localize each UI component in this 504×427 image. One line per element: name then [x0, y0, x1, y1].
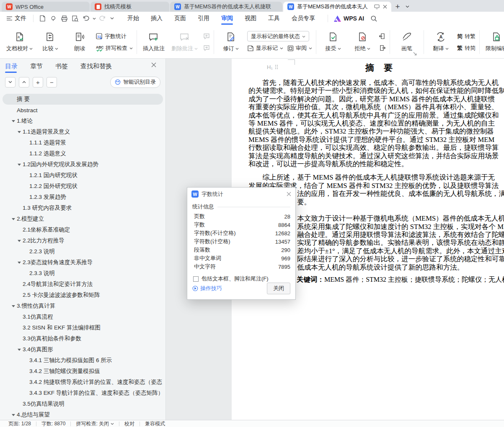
- ink-brush-button[interactable]: 画笔: [392, 27, 421, 57]
- include-footnotes-checkbox-row[interactable]: 包括文本框、脚注和尾注(F): [192, 275, 290, 283]
- outline-item[interactable]: 1.2国内外研究现状及发展趋势: [3, 159, 163, 170]
- outline-item[interactable]: 3.4.1 三轴比力模拟值如图 6 所示: [3, 355, 163, 366]
- undo-caret-icon[interactable]: [91, 13, 97, 23]
- close-button[interactable]: 关闭: [267, 283, 290, 294]
- outline-item[interactable]: 3.3仿真初始条件和参数: [3, 333, 163, 344]
- sidebar-close-icon[interactable]: [151, 62, 156, 67]
- collapse-caret-icon[interactable]: [10, 120, 17, 122]
- outline-item[interactable]: 3.4.2 纯捷联惯导系统计算的位置、速度和姿态（姿态 ...: [3, 377, 163, 388]
- outline-item[interactable]: 3.惯性仿真计算: [3, 301, 163, 311]
- menu-item-视图[interactable]: 视图: [239, 12, 262, 25]
- collapse-caret-icon[interactable]: [16, 240, 23, 242]
- outline-item[interactable]: 1.绪论: [3, 116, 163, 126]
- sidebar-tab-toc[interactable]: 目录: [5, 59, 18, 74]
- sidebar-tab-find-replace[interactable]: 查找和替换: [80, 59, 112, 74]
- export-button[interactable]: [48, 13, 59, 23]
- wps-ai-button[interactable]: WPS AI: [334, 15, 364, 22]
- sidebar-tab-bookmarks[interactable]: 书签: [55, 59, 68, 74]
- outline-item[interactable]: 2.1坐标系基准确定: [3, 224, 163, 235]
- collapse-all-button[interactable]: [19, 77, 29, 87]
- dialog-close-icon[interactable]: [287, 192, 291, 196]
- print-button[interactable]: [59, 13, 70, 23]
- outline-item[interactable]: 3.4.3 EKF 导航计算的位置、速度和姿态（姿态矩阵）: [3, 388, 163, 399]
- new-tab-button[interactable]: +: [392, 2, 403, 12]
- share-screen-icon[interactable]: [374, 4, 380, 9]
- tips-link[interactable]: 操作技巧: [192, 285, 222, 292]
- tab-list-caret-icon[interactable]: [403, 2, 411, 12]
- outline-item[interactable]: 1.2.2 国外研究现状: [3, 181, 163, 192]
- outline-item[interactable]: 3.4.2 三轴陀螺仪测量模拟值: [3, 366, 163, 377]
- review-pane-button[interactable]: 审阅: [287, 43, 312, 53]
- menu-item-审阅[interactable]: 审阅: [215, 12, 239, 25]
- previous-revision-button[interactable]: [379, 31, 386, 41]
- sidebar-tab-chapters[interactable]: 章节: [30, 59, 43, 74]
- checkbox-unchecked[interactable]: [193, 276, 199, 282]
- status-item[interactable]: 校对: [119, 420, 140, 427]
- status-item[interactable]: 字数: 8870: [36, 420, 70, 427]
- word-count-button[interactable]: 12 字数统计: [96, 31, 133, 41]
- menu-item-引用[interactable]: 引用: [192, 12, 215, 25]
- collapse-caret-icon[interactable]: [10, 305, 17, 307]
- outline-item[interactable]: 1.2.1 国内研究现状: [3, 170, 163, 181]
- collapse-caret-icon[interactable]: [16, 164, 23, 166]
- reject-revision-button[interactable]: 拒绝: [348, 27, 377, 57]
- close-tab-icon[interactable]: [383, 5, 387, 9]
- translate-button[interactable]: A 翻译: [426, 27, 455, 57]
- outline-item[interactable]: 2.3姿态旋转角速度关系推导: [3, 257, 163, 268]
- restrict-editing-button[interactable]: 限制编辑: [482, 27, 504, 57]
- outline-item[interactable]: 3.5仿真结果说明: [3, 399, 163, 409]
- decrease-level-button[interactable]: −: [47, 77, 57, 87]
- undo-button[interactable]: [80, 13, 91, 23]
- menu-item-插入[interactable]: 插入: [145, 12, 168, 25]
- outline-item[interactable]: 1.1.2 选题意义: [3, 148, 163, 159]
- outline-item[interactable]: 2.3.3 说明: [3, 268, 163, 279]
- outline-item[interactable]: 3.4仿真图形: [3, 344, 163, 355]
- accept-revision-button[interactable]: 接受: [318, 27, 348, 57]
- smart-toc-button[interactable]: 智能识别目录: [110, 77, 160, 88]
- collapse-caret-icon[interactable]: [16, 349, 23, 351]
- outline-item[interactable]: 1.1.1 选题背景: [3, 137, 163, 148]
- outline-item[interactable]: 2.5 卡尔曼滤波滤波参数和矩阵: [3, 290, 163, 301]
- doc-proofread-button[interactable]: a 文档校对: [3, 27, 36, 57]
- quickbar-caret-icon[interactable]: [108, 13, 116, 23]
- outline-item[interactable]: 3.1仿真流程: [3, 311, 163, 322]
- menu-item-工具[interactable]: 工具: [262, 12, 286, 25]
- collapse-caret-icon[interactable]: [10, 218, 17, 220]
- status-item[interactable]: 页面: 1/28: [3, 420, 36, 427]
- outline-item[interactable]: 2.2比力方程推导: [3, 235, 163, 246]
- next-revision-button[interactable]: [379, 43, 386, 53]
- outline-item[interactable]: 1.1选题背景及意义: [3, 126, 163, 137]
- outline-item[interactable]: 4.总结与展望: [3, 409, 163, 420]
- print-preview-button[interactable]: [70, 13, 80, 23]
- outline-item[interactable]: 1.2.3 发展趋势: [3, 192, 163, 203]
- outline-item[interactable]: 1.3 研究内容及要求: [3, 203, 163, 214]
- expand-all-button[interactable]: [5, 77, 16, 87]
- outline-item[interactable]: Abstract: [3, 105, 163, 116]
- tab-document-1[interactable]: W 基于MEMS器件的低成本无人机捷联: [170, 2, 282, 12]
- search-icon[interactable]: [368, 13, 379, 23]
- file-menu[interactable]: 文件: [3, 15, 30, 22]
- track-changes-button[interactable]: 修订: [216, 27, 246, 57]
- show-markup-button[interactable]: 显示标记: [247, 43, 283, 53]
- dialog-title-bar[interactable]: W 字数统计: [187, 188, 295, 201]
- save-button[interactable]: [37, 13, 48, 23]
- menu-item-开始[interactable]: 开始: [121, 12, 145, 25]
- outline-item[interactable]: 3.2 SISN 和 EKF 算法编排框图: [3, 322, 163, 333]
- increase-level-button[interactable]: +: [33, 77, 43, 87]
- tab-wps-office[interactable]: W WPS Office: [2, 2, 90, 12]
- collapse-caret-icon[interactable]: [16, 262, 23, 264]
- tab-document-2-active[interactable]: W 基于MEMS器件的低成本无人: [283, 2, 391, 12]
- menu-item-页面[interactable]: 页面: [168, 12, 192, 25]
- spell-check-button[interactable]: ABC 拼写检查: [96, 43, 133, 53]
- insert-comment-button[interactable]: 插入批注: [139, 27, 168, 57]
- tab-template-store[interactable]: 找稿壳模板: [90, 2, 169, 12]
- collapse-caret-icon[interactable]: [10, 414, 17, 416]
- status-item[interactable]: 兼容模式: [140, 420, 170, 427]
- to-simplified-button[interactable]: 繁 转简: [457, 43, 476, 53]
- outline-item[interactable]: 2.模型建立: [3, 214, 163, 224]
- menu-item-会员专享[interactable]: 会员专享: [286, 12, 321, 25]
- collapse-caret-icon[interactable]: [16, 131, 23, 133]
- markup-state-select[interactable]: 显示标记的最终状态: [247, 31, 309, 41]
- status-item[interactable]: 拼写检查: 关闭: [71, 420, 119, 427]
- outline-item[interactable]: 2.2.3 说明: [3, 246, 163, 257]
